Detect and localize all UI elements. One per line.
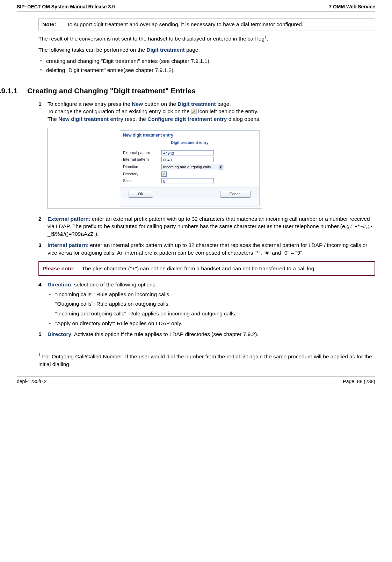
step-3: 3 Internal pattern: enter an internal pr… bbox=[38, 241, 375, 256]
list-item: "Outgoing calls": Rule applies on outgoi… bbox=[48, 300, 375, 308]
step-number: 3 bbox=[38, 241, 42, 249]
dialog-title: New digit treatment entry bbox=[120, 131, 259, 139]
direction-label: Direction bbox=[48, 282, 71, 287]
directory-checkbox[interactable]: ✓ bbox=[161, 171, 167, 177]
direction-select[interactable]: Incoming and outgoing calls ▾ bbox=[161, 164, 224, 170]
dialog-screenshot: New digit treatment entry Digit treatmen… bbox=[48, 128, 375, 209]
sites-input[interactable]: 0 bbox=[161, 178, 214, 183]
footer-left: depl-1230/0.2 bbox=[17, 378, 47, 385]
paragraph-tasks: The following tasks can be performed on … bbox=[38, 46, 375, 54]
note-text: To support digit treatment and overlap s… bbox=[67, 21, 371, 28]
external-pattern-label: External pattern bbox=[48, 216, 89, 222]
note-label: Note: bbox=[42, 21, 67, 28]
direction-label: Direction bbox=[123, 164, 161, 169]
step-number: 5 bbox=[38, 330, 42, 338]
internal-pattern-label: Internal pattern bbox=[48, 242, 87, 248]
paragraph-result: The result of the conversion is not sent… bbox=[38, 35, 375, 43]
direction-options: "Incoming calls": Rule applies on incomi… bbox=[48, 291, 375, 327]
header-left: SIP–DECT OM System Manual Release 3.0 bbox=[17, 3, 115, 10]
task-list: creating and changing "Digit treatment" … bbox=[38, 57, 375, 74]
digit-treatment-link: Digit treatment bbox=[177, 101, 216, 107]
footer-right: Page: 88 (238) bbox=[343, 378, 375, 385]
list-item: creating and changing "Digit treatment" … bbox=[38, 57, 375, 65]
ok-button[interactable]: OK bbox=[129, 191, 153, 197]
edit-icon bbox=[191, 109, 197, 114]
dialog-subtitle: Digit treatment entry bbox=[120, 139, 259, 148]
directory-label: Directory bbox=[48, 331, 71, 337]
digit-treatment-link: Digit treatment bbox=[146, 47, 184, 53]
sites-label: Sites bbox=[123, 178, 161, 183]
section-number: 7.9.1.1 bbox=[0, 86, 27, 96]
chevron-down-icon: ▾ bbox=[219, 165, 223, 170]
configure-entry-link: Configure digit treatment entry bbox=[147, 116, 227, 122]
list-item: "Apply on directory only": Rule applies … bbox=[48, 320, 375, 327]
section-heading: 7.9.1.1 Creating and Changing "Digit tre… bbox=[17, 86, 375, 96]
cancel-button[interactable]: Cancel bbox=[220, 191, 251, 197]
step-number: 1 bbox=[38, 100, 42, 108]
list-item: "Incoming and outgoing calls": Rule appl… bbox=[48, 310, 375, 318]
list-item: "Incoming calls": Rule applies on incomi… bbox=[48, 291, 375, 298]
header-right: 7 OMM Web Service bbox=[329, 3, 375, 10]
please-note-label: Please note: bbox=[43, 265, 82, 272]
step-1: 1 To configure a new entry press the New… bbox=[38, 100, 375, 209]
list-item: deleting "Digit treatment" entries(see c… bbox=[38, 66, 375, 74]
step-number: 2 bbox=[38, 215, 42, 223]
footnote-separator bbox=[38, 348, 115, 348]
step-2: 2 External pattern: enter an external pr… bbox=[38, 215, 375, 238]
new-button-ref: New bbox=[132, 101, 143, 107]
page-header: SIP–DECT OM System Manual Release 3.0 7 … bbox=[17, 3, 375, 12]
step-number: 4 bbox=[38, 281, 42, 289]
section-title: Creating and Changing "Digit treatment" … bbox=[27, 86, 196, 96]
external-pattern-label: External pattern bbox=[123, 150, 161, 155]
please-note-box: Please note: The plus character ("+") ca… bbox=[38, 261, 375, 276]
please-note-text: The plus character ("+") can not be dial… bbox=[82, 265, 316, 272]
step-5: 5 Directory: Activate this option if the… bbox=[38, 330, 375, 338]
step-4: 4 Direction: select one of the following… bbox=[38, 281, 375, 327]
footnote: 1 For Outgoing Call/Called Number; If th… bbox=[38, 352, 375, 368]
external-pattern-input[interactable]: +4940 bbox=[161, 150, 214, 155]
directory-label: Directory bbox=[123, 171, 161, 177]
new-entry-link: New digit treatment entry bbox=[58, 116, 123, 122]
internal-pattern-label: Internal pattern bbox=[123, 157, 161, 162]
internal-pattern-input[interactable]: 0040 bbox=[161, 157, 214, 162]
note-box: Note: To support digit treatment and ove… bbox=[38, 18, 375, 31]
page-footer: depl-1230/0.2 Page: 88 (238) bbox=[17, 377, 375, 385]
